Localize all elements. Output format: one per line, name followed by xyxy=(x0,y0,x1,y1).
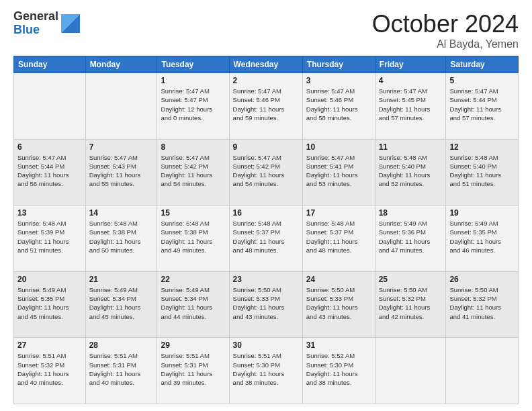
day-cell: 11Sunrise: 5:48 AM Sunset: 5:40 PM Dayli… xyxy=(375,139,446,205)
day-number: 28 xyxy=(89,340,154,350)
day-number: 26 xyxy=(449,275,515,284)
day-info: Sunrise: 5:47 AM Sunset: 5:46 PM Dayligh… xyxy=(233,87,299,122)
day-number: 15 xyxy=(161,208,225,218)
day-cell: 3Sunrise: 5:47 AM Sunset: 5:46 PM Daylig… xyxy=(302,73,375,140)
day-cell: 14Sunrise: 5:48 AM Sunset: 5:38 PM Dayli… xyxy=(85,205,157,272)
day-number: 11 xyxy=(379,142,443,152)
day-cell: 2Sunrise: 5:47 AM Sunset: 5:46 PM Daylig… xyxy=(229,73,302,140)
week-row-1: 1Sunrise: 5:47 AM Sunset: 5:47 PM Daylig… xyxy=(14,73,519,140)
day-number: 7 xyxy=(89,142,154,152)
day-number: 20 xyxy=(17,275,82,284)
logo: General Blue xyxy=(13,10,80,37)
calendar-table: Sunday Monday Tuesday Wednesday Thursday… xyxy=(13,56,519,404)
day-cell: 26Sunrise: 5:50 AM Sunset: 5:32 PM Dayli… xyxy=(446,271,519,338)
day-number: 4 xyxy=(379,76,443,85)
day-info: Sunrise: 5:51 AM Sunset: 5:31 PM Dayligh… xyxy=(89,351,154,387)
day-info: Sunrise: 5:47 AM Sunset: 5:43 PM Dayligh… xyxy=(89,153,154,189)
week-row-5: 27Sunrise: 5:51 AM Sunset: 5:32 PM Dayli… xyxy=(14,338,519,404)
logo-text: General Blue xyxy=(13,10,58,37)
col-tuesday: Tuesday xyxy=(157,56,229,73)
day-cell: 16Sunrise: 5:48 AM Sunset: 5:37 PM Dayli… xyxy=(229,205,302,272)
title-block: October 2024 Al Bayda, Yemen xyxy=(372,10,519,50)
day-number: 24 xyxy=(306,275,371,284)
day-cell: 15Sunrise: 5:48 AM Sunset: 5:38 PM Dayli… xyxy=(157,205,229,272)
week-row-2: 6Sunrise: 5:47 AM Sunset: 5:44 PM Daylig… xyxy=(14,139,519,205)
day-cell: 6Sunrise: 5:47 AM Sunset: 5:44 PM Daylig… xyxy=(14,139,86,205)
day-number: 29 xyxy=(161,340,225,350)
day-cell: 18Sunrise: 5:49 AM Sunset: 5:36 PM Dayli… xyxy=(375,205,446,272)
day-cell xyxy=(446,338,519,404)
day-cell: 28Sunrise: 5:51 AM Sunset: 5:31 PM Dayli… xyxy=(85,338,157,404)
location: Al Bayda, Yemen xyxy=(372,38,519,50)
day-cell: 29Sunrise: 5:51 AM Sunset: 5:31 PM Dayli… xyxy=(157,338,229,404)
header-row: Sunday Monday Tuesday Wednesday Thursday… xyxy=(14,56,519,73)
day-info: Sunrise: 5:48 AM Sunset: 5:37 PM Dayligh… xyxy=(233,219,299,255)
week-row-4: 20Sunrise: 5:49 AM Sunset: 5:35 PM Dayli… xyxy=(14,271,519,338)
day-cell: 21Sunrise: 5:49 AM Sunset: 5:34 PM Dayli… xyxy=(85,271,157,338)
day-info: Sunrise: 5:49 AM Sunset: 5:34 PM Dayligh… xyxy=(161,285,225,321)
col-thursday: Thursday xyxy=(302,56,375,73)
day-number: 6 xyxy=(17,142,82,152)
day-cell: 10Sunrise: 5:47 AM Sunset: 5:41 PM Dayli… xyxy=(302,139,375,205)
day-number: 9 xyxy=(233,142,299,152)
day-info: Sunrise: 5:48 AM Sunset: 5:38 PM Dayligh… xyxy=(89,219,154,255)
day-info: Sunrise: 5:51 AM Sunset: 5:32 PM Dayligh… xyxy=(17,351,82,387)
day-cell: 22Sunrise: 5:49 AM Sunset: 5:34 PM Dayli… xyxy=(157,271,229,338)
day-info: Sunrise: 5:47 AM Sunset: 5:41 PM Dayligh… xyxy=(306,153,371,189)
day-info: Sunrise: 5:49 AM Sunset: 5:36 PM Dayligh… xyxy=(379,219,443,255)
day-number: 14 xyxy=(89,208,154,218)
week-row-3: 13Sunrise: 5:48 AM Sunset: 5:39 PM Dayli… xyxy=(14,205,519,272)
col-friday: Friday xyxy=(375,56,446,73)
day-cell: 5Sunrise: 5:47 AM Sunset: 5:44 PM Daylig… xyxy=(446,73,519,140)
day-number: 12 xyxy=(449,142,515,152)
day-number: 2 xyxy=(233,76,299,85)
day-cell: 4Sunrise: 5:47 AM Sunset: 5:45 PM Daylig… xyxy=(375,73,446,140)
day-info: Sunrise: 5:47 AM Sunset: 5:42 PM Dayligh… xyxy=(233,153,299,189)
day-info: Sunrise: 5:51 AM Sunset: 5:30 PM Dayligh… xyxy=(233,351,299,387)
day-cell: 8Sunrise: 5:47 AM Sunset: 5:42 PM Daylig… xyxy=(157,139,229,205)
day-cell: 30Sunrise: 5:51 AM Sunset: 5:30 PM Dayli… xyxy=(229,338,302,404)
day-info: Sunrise: 5:49 AM Sunset: 5:35 PM Dayligh… xyxy=(17,285,82,321)
day-number: 17 xyxy=(306,208,371,218)
day-cell: 20Sunrise: 5:49 AM Sunset: 5:35 PM Dayli… xyxy=(14,271,86,338)
day-number: 22 xyxy=(161,275,225,284)
day-cell: 27Sunrise: 5:51 AM Sunset: 5:32 PM Dayli… xyxy=(14,338,86,404)
month-title: October 2024 xyxy=(372,10,519,38)
day-number: 16 xyxy=(233,208,299,218)
day-info: Sunrise: 5:48 AM Sunset: 5:39 PM Dayligh… xyxy=(17,219,82,255)
day-cell: 1Sunrise: 5:47 AM Sunset: 5:47 PM Daylig… xyxy=(157,73,229,140)
day-info: Sunrise: 5:47 AM Sunset: 5:42 PM Dayligh… xyxy=(161,153,225,189)
day-cell: 9Sunrise: 5:47 AM Sunset: 5:42 PM Daylig… xyxy=(229,139,302,205)
logo-general: General xyxy=(13,10,58,24)
day-number: 10 xyxy=(306,142,371,152)
header: General Blue October 2024 Al Bayda, Yeme… xyxy=(13,10,519,50)
day-info: Sunrise: 5:48 AM Sunset: 5:40 PM Dayligh… xyxy=(449,153,515,189)
day-info: Sunrise: 5:48 AM Sunset: 5:38 PM Dayligh… xyxy=(161,219,225,255)
day-cell xyxy=(375,338,446,404)
day-cell: 31Sunrise: 5:52 AM Sunset: 5:30 PM Dayli… xyxy=(302,338,375,404)
day-number: 25 xyxy=(379,275,443,284)
day-number: 13 xyxy=(17,208,82,218)
day-number: 8 xyxy=(161,142,225,152)
day-info: Sunrise: 5:51 AM Sunset: 5:31 PM Dayligh… xyxy=(161,351,225,387)
day-number: 27 xyxy=(17,340,82,350)
col-saturday: Saturday xyxy=(446,56,519,73)
day-info: Sunrise: 5:50 AM Sunset: 5:32 PM Dayligh… xyxy=(449,285,515,321)
day-number: 31 xyxy=(306,340,371,350)
day-cell: 23Sunrise: 5:50 AM Sunset: 5:33 PM Dayli… xyxy=(229,271,302,338)
col-monday: Monday xyxy=(85,56,157,73)
day-info: Sunrise: 5:48 AM Sunset: 5:40 PM Dayligh… xyxy=(379,153,443,189)
day-info: Sunrise: 5:50 AM Sunset: 5:33 PM Dayligh… xyxy=(233,285,299,321)
day-cell: 17Sunrise: 5:48 AM Sunset: 5:37 PM Dayli… xyxy=(302,205,375,272)
day-cell: 19Sunrise: 5:49 AM Sunset: 5:35 PM Dayli… xyxy=(446,205,519,272)
day-number: 1 xyxy=(161,76,225,85)
day-info: Sunrise: 5:47 AM Sunset: 5:44 PM Dayligh… xyxy=(449,87,515,122)
day-info: Sunrise: 5:47 AM Sunset: 5:47 PM Dayligh… xyxy=(161,87,225,122)
col-sunday: Sunday xyxy=(14,56,86,73)
calendar-body: 1Sunrise: 5:47 AM Sunset: 5:47 PM Daylig… xyxy=(14,73,519,404)
logo-blue: Blue xyxy=(13,24,58,37)
day-number: 30 xyxy=(233,340,299,350)
day-info: Sunrise: 5:50 AM Sunset: 5:33 PM Dayligh… xyxy=(306,285,371,321)
day-info: Sunrise: 5:50 AM Sunset: 5:32 PM Dayligh… xyxy=(379,285,443,321)
day-info: Sunrise: 5:47 AM Sunset: 5:46 PM Dayligh… xyxy=(306,87,371,122)
